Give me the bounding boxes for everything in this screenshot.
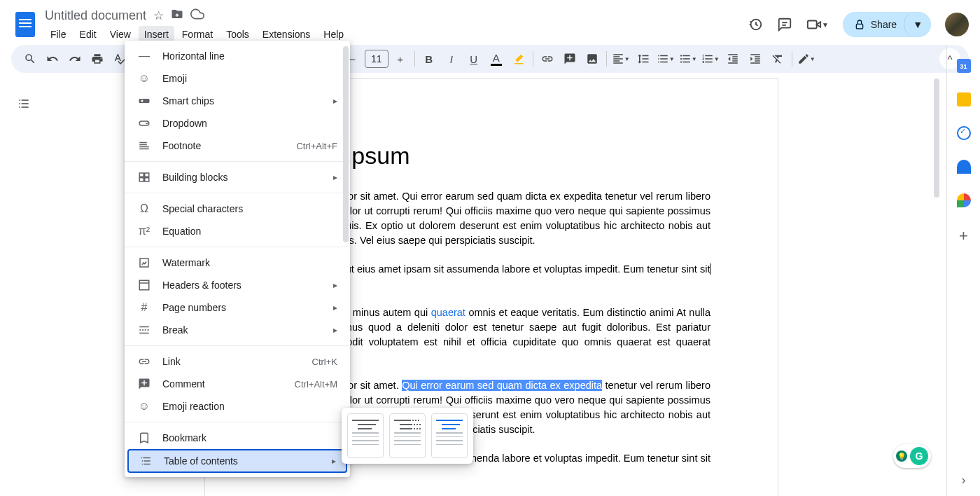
- cloud-status-icon[interactable]: [190, 7, 204, 25]
- menu-view[interactable]: View: [104, 26, 136, 43]
- toc-icon: [139, 455, 153, 467]
- decrease-indent-icon[interactable]: [722, 48, 743, 69]
- insert-link-icon[interactable]: [537, 48, 558, 69]
- docs-logo[interactable]: [11, 11, 39, 39]
- footnote-icon: [137, 139, 151, 152]
- insert-menu-item-ereact[interactable]: ☺Emoji reaction: [125, 395, 350, 418]
- line-spacing-icon[interactable]: [633, 48, 654, 69]
- print-icon[interactable]: [87, 48, 108, 69]
- insert-menu-item-equation[interactable]: π²Equation: [125, 220, 350, 242]
- insert-menu-item-chip[interactable]: Smart chips▸: [125, 90, 350, 112]
- emoji-icon: ☺: [137, 72, 151, 85]
- get-addons-icon[interactable]: +: [959, 227, 968, 245]
- toc-submenu: [342, 408, 473, 464]
- tasks-icon[interactable]: [957, 126, 971, 140]
- star-icon[interactable]: ☆: [153, 8, 164, 23]
- menubar: File Edit View Insert Format Tools Exten…: [45, 26, 748, 43]
- extension-badge[interactable]: 💡 G: [893, 444, 931, 468]
- insert-menu-item-break[interactable]: Break▸: [125, 319, 350, 341]
- align-icon[interactable]: ▼: [610, 48, 631, 69]
- highlight-icon[interactable]: [508, 48, 529, 69]
- submenu-arrow-icon: ▸: [333, 280, 337, 290]
- numbered-list-icon[interactable]: ▼: [700, 48, 721, 69]
- history-icon[interactable]: [748, 17, 763, 32]
- increase-indent-icon[interactable]: [745, 48, 766, 69]
- pagenum-icon: #: [137, 301, 151, 314]
- menu-help[interactable]: Help: [318, 26, 349, 43]
- submenu-arrow-icon: ▸: [333, 303, 337, 312]
- move-icon[interactable]: [171, 8, 183, 24]
- menu-extensions[interactable]: Extensions: [257, 26, 316, 43]
- add-comment-icon[interactable]: [559, 48, 580, 69]
- account-avatar[interactable]: [945, 13, 969, 36]
- insert-image-icon[interactable]: [582, 48, 603, 69]
- insert-menu-item-hrule[interactable]: —Horizontal line: [125, 45, 350, 67]
- redo-icon[interactable]: [64, 48, 85, 69]
- svg-rect-9: [145, 178, 149, 181]
- menu-format[interactable]: Format: [176, 26, 218, 43]
- ereact-icon: ☺: [137, 400, 151, 413]
- undo-icon[interactable]: [42, 48, 63, 69]
- italic-icon[interactable]: I: [441, 48, 462, 69]
- dropdown-icon: [137, 117, 151, 130]
- menu-item-label: Equation: [162, 226, 337, 237]
- menu-item-label: Building blocks: [162, 172, 322, 183]
- keep-icon[interactable]: [957, 92, 971, 106]
- contacts-icon[interactable]: [957, 160, 971, 174]
- svg-rect-4: [856, 24, 862, 29]
- underline-icon[interactable]: U: [463, 48, 484, 69]
- insert-menu-item-blocks[interactable]: Building blocks▸: [125, 166, 350, 188]
- side-panel: + ›: [946, 45, 980, 496]
- document-title[interactable]: Untitled document: [45, 8, 146, 23]
- editing-mode-icon[interactable]: ▼: [796, 48, 817, 69]
- insert-menu-item-watermark[interactable]: Watermark: [125, 252, 350, 274]
- outline-toggle-icon[interactable]: [11, 91, 36, 116]
- clear-formatting-icon[interactable]: [767, 48, 788, 69]
- body-link[interactable]: quaerat: [431, 307, 465, 318]
- scrollbar-thumb[interactable]: [934, 78, 939, 198]
- hrule-icon: —: [137, 50, 151, 62]
- svg-rect-3: [808, 21, 817, 29]
- menu-item-label: Headers & footers: [162, 280, 322, 291]
- share-dropdown[interactable]: ▼: [904, 12, 931, 37]
- menu-insert[interactable]: Insert: [139, 26, 174, 43]
- font-size-input[interactable]: 11: [365, 50, 388, 68]
- calendar-icon[interactable]: [957, 59, 971, 73]
- menu-file[interactable]: File: [45, 26, 72, 43]
- link-icon: [137, 355, 151, 368]
- svg-rect-6: [139, 173, 144, 177]
- insert-menu-item-bookmark[interactable]: Bookmark: [125, 427, 350, 449]
- svg-rect-7: [145, 173, 149, 177]
- insert-menu-item-dropdown[interactable]: Dropdown: [125, 112, 350, 135]
- hide-side-panel-icon[interactable]: ›: [962, 473, 966, 488]
- maps-icon[interactable]: [957, 193, 971, 207]
- insert-menu-item-emoji[interactable]: ☺Emoji: [125, 67, 350, 90]
- menu-tools[interactable]: Tools: [220, 26, 255, 43]
- menu-item-label: Table of contents: [164, 455, 321, 467]
- bold-icon[interactable]: B: [419, 48, 440, 69]
- checklist-icon[interactable]: ▼: [655, 48, 676, 69]
- insert-menu-item-headers[interactable]: Headers & footers▸: [125, 274, 350, 296]
- insert-menu-item-link[interactable]: LinkCtrl+K: [125, 350, 350, 373]
- bulleted-list-icon[interactable]: ▼: [678, 48, 699, 69]
- chip-icon: [137, 95, 151, 107]
- omega-icon: Ω: [137, 202, 151, 215]
- comments-icon[interactable]: [777, 17, 792, 32]
- insert-menu-item-pagenum[interactable]: #Page numbers▸: [125, 296, 350, 319]
- share-button[interactable]: Share: [843, 12, 908, 37]
- increase-font-icon[interactable]: +: [390, 48, 411, 69]
- watermark-icon: [137, 256, 151, 269]
- insert-menu-item-toc[interactable]: Table of contents▸: [127, 449, 347, 473]
- text-color-icon[interactable]: A: [486, 48, 507, 69]
- insert-menu-item-footnote[interactable]: FootnoteCtrl+Alt+F: [125, 135, 350, 157]
- meet-icon[interactable]: ▼: [806, 17, 829, 32]
- toc-option-dotted[interactable]: [389, 413, 426, 458]
- menu-edit[interactable]: Edit: [74, 26, 102, 43]
- insert-menu-item-omega[interactable]: ΩSpecial characters: [125, 198, 350, 220]
- toc-option-links[interactable]: [431, 413, 468, 458]
- toc-option-plain[interactable]: [347, 413, 384, 458]
- insert-menu-item-comment[interactable]: CommentCtrl+Alt+M: [125, 373, 350, 395]
- menu-item-label: Smart chips: [162, 95, 322, 106]
- search-menus-icon[interactable]: [20, 48, 41, 69]
- submenu-arrow-icon: ▸: [333, 172, 337, 182]
